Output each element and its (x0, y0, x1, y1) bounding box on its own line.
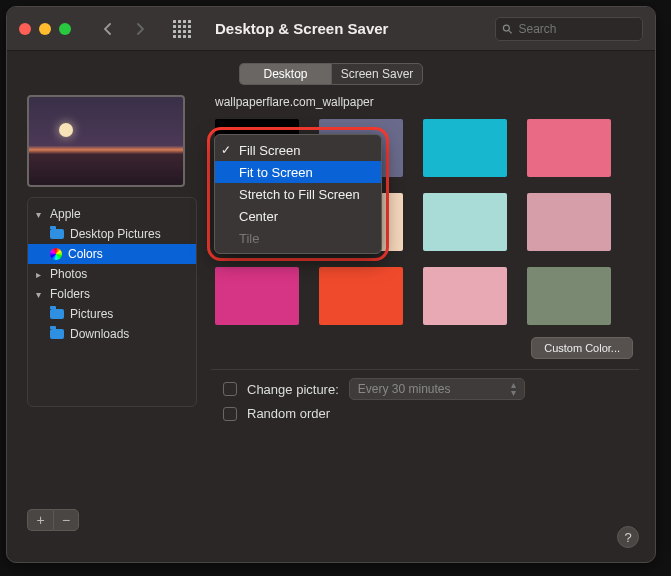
fit-option-label: Stretch to Fill Screen (239, 187, 360, 202)
search-field[interactable] (495, 17, 643, 41)
fit-option-fit-to-screen[interactable]: Fit to Screen (215, 161, 381, 183)
preferences-window: Desktop & Screen Saver Desktop Screen Sa… (6, 6, 656, 563)
color-swatch[interactable] (423, 267, 507, 325)
color-swatch[interactable] (215, 267, 299, 325)
tab-bar: Desktop Screen Saver (7, 51, 655, 95)
source-item-label: Desktop Pictures (70, 227, 161, 241)
source-item-label: Colors (68, 247, 103, 261)
nav-buttons (93, 17, 155, 41)
color-swatch[interactable] (423, 119, 507, 177)
folder-icon (50, 329, 64, 339)
source-item-label: Pictures (70, 307, 113, 321)
tab-screen-saver[interactable]: Screen Saver (331, 63, 423, 85)
fit-option-label: Center (239, 209, 278, 224)
change-picture-checkbox[interactable] (223, 382, 237, 396)
source-group-folders[interactable]: ▾Folders (28, 284, 196, 304)
add-source-button[interactable]: + (27, 509, 53, 531)
fit-option-center[interactable]: Center (215, 205, 381, 227)
zoom-window-button[interactable] (59, 23, 71, 35)
help-button[interactable]: ? (617, 526, 639, 548)
fit-option-label: Tile (239, 231, 259, 246)
fit-mode-popup-highlight: ✓Fill Screen Fit to Screen Stretch to Fi… (207, 127, 389, 261)
search-icon (502, 23, 513, 35)
source-group-apple[interactable]: ▾Apple (28, 204, 196, 224)
checkmark-icon: ✓ (221, 143, 231, 157)
updown-icon: ▴▾ (511, 381, 516, 397)
source-item-downloads[interactable]: Downloads (28, 324, 196, 344)
custom-color-button[interactable]: Custom Color... (531, 337, 633, 359)
fit-option-stretch[interactable]: Stretch to Fill Screen (215, 183, 381, 205)
random-order-label: Random order (247, 406, 330, 421)
random-order-checkbox[interactable] (223, 407, 237, 421)
source-add-remove: + − (27, 509, 197, 531)
forward-button[interactable] (125, 17, 155, 41)
remove-source-button[interactable]: − (53, 509, 79, 531)
chevron-down-icon: ▾ (36, 289, 44, 300)
source-group-photos[interactable]: ▸Photos (28, 264, 196, 284)
change-picture-label: Change picture: (247, 382, 339, 397)
folder-icon (50, 229, 64, 239)
source-item-label: Downloads (70, 327, 129, 341)
folder-icon (50, 309, 64, 319)
fit-mode-popup[interactable]: ✓Fill Screen Fit to Screen Stretch to Fi… (214, 134, 382, 254)
source-list[interactable]: ▾Apple Desktop Pictures Colors ▸Photos ▾… (27, 197, 197, 407)
chevron-right-icon: ▸ (36, 269, 44, 280)
color-swatch[interactable] (527, 267, 611, 325)
desktop-preview (27, 95, 185, 187)
source-item-pictures[interactable]: Pictures (28, 304, 196, 324)
color-swatch[interactable] (423, 193, 507, 251)
window-title: Desktop & Screen Saver (215, 20, 388, 37)
source-group-label: Photos (50, 267, 87, 281)
show-all-button[interactable] (171, 18, 193, 40)
svg-point-0 (503, 25, 509, 31)
close-window-button[interactable] (19, 23, 31, 35)
color-wheel-icon (50, 248, 62, 260)
tab-desktop[interactable]: Desktop (239, 63, 331, 85)
svg-line-1 (509, 30, 512, 33)
color-swatch[interactable] (319, 267, 403, 325)
source-group-label: Folders (50, 287, 90, 301)
change-interval-select[interactable]: Every 30 minutes ▴▾ (349, 378, 525, 400)
search-input[interactable] (519, 22, 636, 36)
current-wallpaper-name: wallpaperflare.com_wallpaper (215, 95, 639, 109)
change-interval-value: Every 30 minutes (358, 382, 451, 396)
source-item-colors[interactable]: Colors (28, 244, 196, 264)
fit-option-tile[interactable]: Tile (215, 227, 381, 249)
source-item-desktop-pictures[interactable]: Desktop Pictures (28, 224, 196, 244)
fit-option-label: Fit to Screen (239, 165, 313, 180)
fit-option-label: Fill Screen (239, 143, 300, 158)
titlebar: Desktop & Screen Saver (7, 7, 655, 51)
chevron-down-icon: ▾ (36, 209, 44, 220)
fit-option-fill-screen[interactable]: ✓Fill Screen (215, 139, 381, 161)
minimize-window-button[interactable] (39, 23, 51, 35)
source-group-label: Apple (50, 207, 81, 221)
color-swatch[interactable] (527, 119, 611, 177)
color-swatch[interactable] (527, 193, 611, 251)
back-button[interactable] (93, 17, 123, 41)
divider (211, 369, 639, 370)
window-controls (19, 23, 71, 35)
